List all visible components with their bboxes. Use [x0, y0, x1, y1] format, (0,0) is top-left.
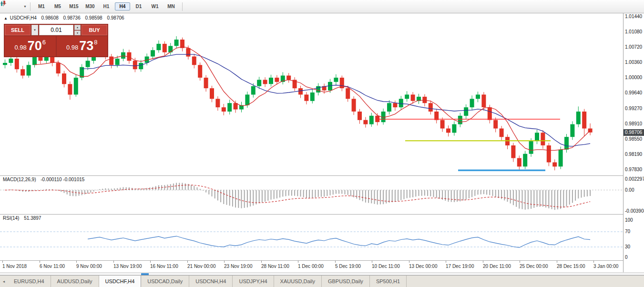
time-axis-tick — [409, 261, 409, 263]
lot-size-combo-button[interactable]: ▼ — [31, 25, 38, 35]
timeframe-button-w1[interactable]: W1 — [147, 2, 163, 10]
price-axis-label: 0.99640 — [625, 90, 642, 95]
time-axis-label: 25 Dec 00:00 — [520, 264, 548, 269]
buy-button[interactable]: BUY — [82, 25, 107, 35]
combo-caret-icon: ▼ — [33, 29, 36, 31]
time-axis-tick — [483, 261, 483, 263]
rsi-axis-label: 70 — [625, 229, 630, 234]
timeframe-button-h4[interactable]: H4 — [115, 2, 130, 10]
time-axis-label: 13 Dec 00:00 — [409, 264, 438, 269]
sell-price-pip-digit: 6 — [42, 39, 46, 56]
time-axis-label: 1 Dec 00:00 — [298, 264, 324, 269]
time-axis: 1 Nov 20186 Nov 11:009 Nov 00:0013 Nov 1… — [0, 261, 623, 272]
time-axis-label: 28 Nov 11:00 — [261, 264, 289, 269]
time-axis-label: 1 Nov 2018 — [2, 264, 27, 269]
time-axis-tick — [446, 261, 446, 263]
time-axis-tick — [520, 261, 520, 263]
sell-price-prefix: 0.98 — [14, 44, 26, 56]
timeframe-button-m15[interactable]: M15 — [66, 2, 82, 10]
rsi-axis-label: 0 — [625, 255, 628, 260]
macd-canvas — [0, 176, 623, 214]
sell-price-display[interactable]: 0.98 70 6 — [5, 36, 56, 56]
time-axis-tick — [113, 261, 114, 263]
time-axis-tick — [224, 261, 225, 263]
time-axis-label: 3 Jan 00:00 — [593, 264, 618, 269]
buy-price-display[interactable]: 0.98 73 8 — [57, 36, 108, 56]
time-axis-label: 5 Dec 19:00 — [335, 264, 361, 269]
crosshair-tool-icon[interactable] — [12, 2, 22, 11]
chart-tab-audusd-daily[interactable]: AUDUSD,Daily — [51, 276, 99, 287]
chart-ohlc-header: ▲ USDCHF,H4 0.98608 0.98736 0.98598 0.98… — [4, 15, 128, 20]
chart-tab-gbpusd-daily[interactable]: GBPUSD,Daily — [322, 276, 370, 287]
ohlc-high: 0.98736 — [63, 15, 81, 20]
chart-tab-usdcnh-h4[interactable]: USDCNH,H4 — [189, 276, 233, 287]
price-axis-label: 0.99270 — [625, 106, 642, 111]
timeframe-button-m30[interactable]: M30 — [82, 2, 98, 10]
price-axis-label: 1.01080 — [625, 29, 642, 34]
price-axis-label: 0.98190 — [625, 152, 642, 157]
chart-symbol-label: USDCHF,H4 — [10, 15, 37, 20]
price-axis-label: 1.01440 — [625, 14, 642, 19]
ohlc-close: 0.98706 — [107, 15, 124, 20]
rsi-title: RSI(14) — [3, 215, 19, 221]
buy-price-big-digits: 73 — [79, 40, 93, 56]
price-axis-label: 1.00720 — [625, 44, 642, 50]
chart-tab-usdchf-h4[interactable]: USDCHF,H4 — [99, 276, 142, 287]
time-axis-tick — [187, 261, 188, 263]
timeframe-button-m5[interactable]: M5 — [50, 2, 65, 10]
ohlc-low: 0.98598 — [85, 15, 102, 20]
time-axis-tick — [2, 261, 3, 263]
chart-tab-usdjpy-h4[interactable]: USDJPY,H4 — [233, 276, 274, 287]
time-axis-label: 20 Dec 11:00 — [483, 264, 511, 269]
time-axis-label: 10 Dec 11:00 — [372, 264, 400, 269]
time-axis-label: 17 Dec 19:00 — [446, 264, 474, 269]
sell-button[interactable]: SELL — [5, 25, 31, 35]
current-price-badge: 0.98706 — [624, 129, 644, 136]
toolbar-separator — [182, 2, 183, 11]
chart-tab-usdcad-daily[interactable]: USDCAD,Daily — [141, 276, 189, 287]
time-axis-label: 6 Nov 11:00 — [40, 264, 65, 269]
one-click-toggle-icon[interactable]: ▲ — [4, 16, 8, 20]
sell-price-big-digits: 70 — [28, 40, 42, 56]
timeframe-button-d1[interactable]: D1 — [131, 2, 146, 10]
time-axis-tick — [372, 261, 372, 263]
buy-price-prefix: 0.98 — [66, 44, 78, 56]
rsi-canvas — [0, 215, 623, 260]
macd-indicator-panel: MACD(12,26,9) -0.000110 -0.001015 — [0, 176, 623, 214]
price-axis-label: 1.00360 — [625, 60, 642, 65]
rsi-axis-label: 100 — [625, 217, 633, 223]
time-axis-label: 9 Nov 00:00 — [76, 264, 102, 269]
time-axis-label: 13 Nov 19:00 — [113, 264, 142, 269]
lot-size-input[interactable] — [39, 25, 73, 35]
macd-histogram — [5, 183, 591, 210]
chart-tab-bar: ◄ EURUSD,H4AUDUSD,DailyUSDCHF,H4USDCAD,D… — [0, 275, 644, 287]
chart-tab-sp500-h1[interactable]: SP500,H1 — [370, 276, 407, 287]
time-axis-tick — [557, 261, 557, 263]
macd-title: MACD(12,26,9) — [3, 177, 36, 182]
time-axis-tick — [593, 261, 594, 263]
rsi-axis-label: 30 — [625, 244, 630, 249]
timeframe-button-h1[interactable]: H1 — [99, 2, 114, 10]
buy-price-pip-digit: 8 — [94, 39, 97, 56]
toolbar-separator — [30, 2, 31, 11]
lot-increase-button[interactable]: ▲ — [74, 25, 81, 30]
lot-decrease-button[interactable]: ▼ — [74, 31, 81, 36]
time-axis-label: 21 Nov 00:00 — [187, 264, 216, 269]
lot-size-stepper: ▲ ▼ — [74, 25, 81, 35]
ohlc-open: 0.98608 — [41, 15, 59, 20]
price-axis-label: 0.97830 — [625, 167, 642, 172]
timeframe-button-mn[interactable]: MN — [164, 2, 179, 10]
time-axis-label: 23 Nov 19:00 — [224, 264, 253, 269]
tab-scroll-left-icon[interactable]: ◄ — [0, 276, 8, 287]
time-axis-tick — [298, 261, 298, 263]
chart-tab-eurusd-h4[interactable]: EURUSD,H4 — [8, 276, 51, 287]
price-axis-label: 1.00000 — [625, 75, 642, 80]
price-axis-label: 0.98910 — [625, 121, 642, 126]
price-axis-label: 0.98550 — [625, 136, 642, 142]
chart-tab-xauusd-daily[interactable]: XAUUSD,Daily — [274, 276, 322, 287]
timeframe-button-m1[interactable]: M1 — [34, 2, 49, 10]
tools-dropdown-caret-icon[interactable]: ▼ — [23, 5, 27, 8]
toolbar: ▼ M1M5M15M30H1H4D1W1MN — [0, 0, 644, 13]
macd-axis-label: 0.00 — [625, 187, 634, 193]
rsi-line — [88, 236, 590, 247]
